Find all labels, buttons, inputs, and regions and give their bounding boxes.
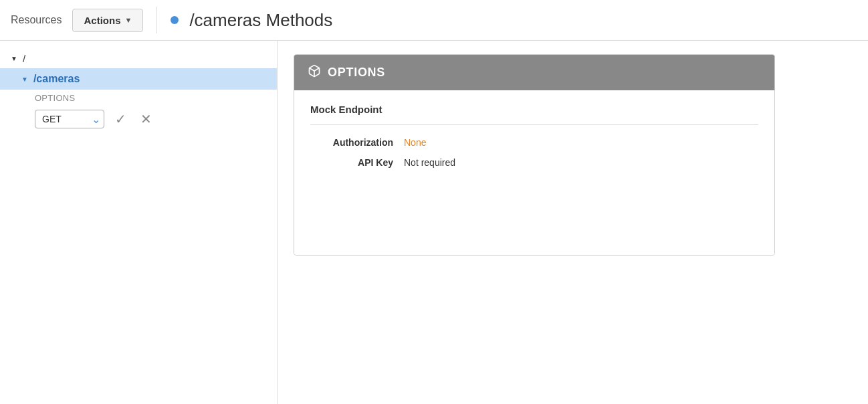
apikey-value: Not required xyxy=(404,157,455,168)
top-bar-separator xyxy=(156,7,157,33)
options-header: OPTIONS xyxy=(294,55,774,90)
page-title: /cameras Methods xyxy=(189,10,332,31)
sidebar: ▼ / ▼ /cameras OPTIONS GET POST PUT DELE… xyxy=(0,41,278,404)
options-body: Mock Endpoint Authorization None API Key… xyxy=(294,90,774,255)
method-select[interactable]: GET POST PUT DELETE PATCH HEAD OPTIONS xyxy=(35,110,104,128)
app-container: Resources Actions ▼ /cameras Methods ▼ /… xyxy=(0,0,868,404)
authorization-label: Authorization xyxy=(317,137,404,148)
authorization-row: Authorization None xyxy=(317,137,752,148)
chevron-down-icon: ▼ xyxy=(125,16,132,24)
root-expand-triangle: ▼ xyxy=(11,55,17,62)
actions-label: Actions xyxy=(84,15,120,26)
options-package-icon xyxy=(308,64,321,81)
apikey-label: API Key xyxy=(317,157,404,168)
cancel-button[interactable]: ✕ xyxy=(136,110,155,128)
mock-endpoint-divider xyxy=(310,124,758,125)
confirm-button[interactable]: ✓ xyxy=(111,110,130,128)
sidebar-method-row: GET POST PUT DELETE PATCH HEAD OPTIONS ⌄… xyxy=(0,106,277,132)
mock-endpoint-rows: Authorization None API Key Not required xyxy=(310,137,758,168)
sidebar-root-label: / xyxy=(23,53,25,64)
mock-endpoint-title: Mock Endpoint xyxy=(310,104,758,115)
resources-label: Resources xyxy=(11,14,62,26)
resource-indicator-dot xyxy=(171,16,179,24)
sidebar-options-method: OPTIONS xyxy=(0,90,277,106)
authorization-value: None xyxy=(404,137,426,148)
right-panel: OPTIONS Mock Endpoint Authorization None… xyxy=(278,41,868,404)
top-bar: Resources Actions ▼ /cameras Methods xyxy=(0,0,868,41)
apikey-row: API Key Not required xyxy=(317,157,752,168)
sidebar-child-label: /cameras xyxy=(33,73,80,85)
options-body-bottom xyxy=(310,168,758,241)
method-select-wrapper: GET POST PUT DELETE PATCH HEAD OPTIONS ⌄ xyxy=(35,110,104,128)
actions-button[interactable]: Actions ▼ xyxy=(72,9,143,32)
cameras-expand-triangle: ▼ xyxy=(21,76,28,83)
sidebar-method-label: OPTIONS xyxy=(35,93,75,103)
sidebar-item-cameras[interactable]: ▼ /cameras xyxy=(0,68,277,90)
options-header-title: OPTIONS xyxy=(328,66,385,80)
sidebar-item-root[interactable]: ▼ / xyxy=(0,49,277,68)
main-content: ▼ / ▼ /cameras OPTIONS GET POST PUT DELE… xyxy=(0,41,868,404)
options-card: OPTIONS Mock Endpoint Authorization None… xyxy=(294,54,775,256)
